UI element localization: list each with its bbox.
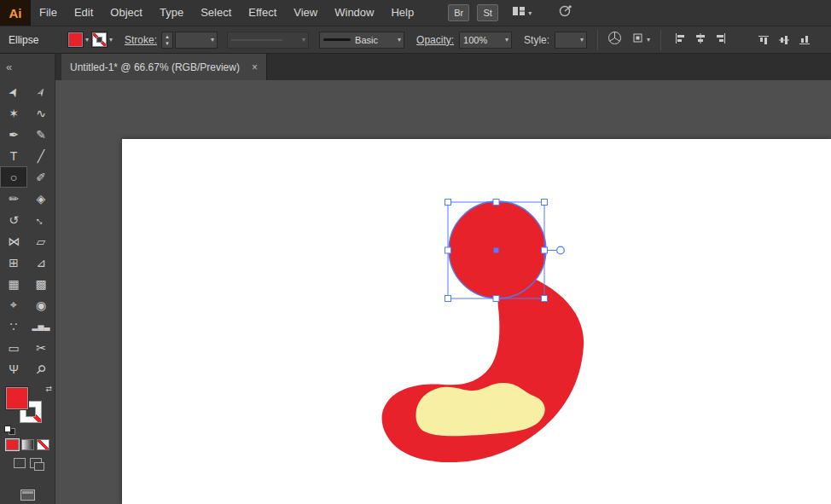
align-top-button[interactable] [753,32,770,49]
menu-effect[interactable]: Effect [240,0,285,26]
align-left-button[interactable] [671,32,689,49]
selection-tool[interactable]: ➤ [0,81,27,102]
align-middle-icon [775,34,790,46]
perspective-grid-tool[interactable]: ⊿ [27,252,55,273]
selection-center-point[interactable] [494,248,499,253]
direct-selection-tool-icon: ➢ [32,84,49,99]
bridge-button[interactable]: Br [448,4,469,21]
menu-file[interactable]: File [31,0,66,26]
isolate-object-icon [631,32,644,48]
align-bottom-button[interactable] [794,32,811,49]
selection-handle-n[interactable] [493,200,499,206]
brush-definition-select[interactable]: Basic ▾ [319,32,404,49]
stock-button[interactable]: St [477,4,498,21]
app-logo: Ai [0,0,31,26]
variable-width-profile-select[interactable]: ▾ [227,32,309,49]
selection-handle-s[interactable] [493,296,499,302]
menu-object[interactable]: Object [102,0,151,26]
control-bar: Ellipse ▾ ▾ Stroke: ▴ ▾ ▾ ▾ Basic ▾ Opac… [0,26,831,54]
mesh-icon: ▦ [8,277,19,291]
slice-tool[interactable]: ✂ [27,337,55,358]
align-center-button[interactable] [692,32,709,49]
scale-tool[interactable]: ↔ [27,209,55,230]
eyedropper-tool[interactable]: ⌖ [0,294,27,316]
menu-type[interactable]: Type [151,0,192,26]
menu-edit[interactable]: Edit [66,0,102,26]
stroke-color-swatch[interactable]: ▾ [92,32,113,47]
menu-help[interactable]: Help [382,0,422,26]
width-tool[interactable]: ⋈ [0,230,27,252]
hand-icon: Ψ [9,362,19,376]
share-button[interactable] [557,4,572,21]
live-shape-widget-handle[interactable] [557,246,565,254]
isolate-object-button[interactable]: ▾ [631,32,650,48]
stroke-weight-stepper[interactable]: ▴ ▾ [161,32,173,49]
arrange-documents-button[interactable]: ▾ [512,5,532,20]
menu-view[interactable]: View [285,0,326,26]
drawing-modes-row [0,458,55,468]
swap-fill-stroke-icon[interactable]: ⇄ [45,385,52,393]
close-tab-icon[interactable]: × [252,61,258,73]
ellipse-tool[interactable]: ○ [0,166,27,188]
selection-handle-se[interactable] [542,296,548,302]
shape-builder-tool[interactable]: ⊞ [0,252,27,273]
lasso-tool[interactable]: ∿ [27,102,55,124]
gradient-icon: ▩ [35,277,46,291]
collapse-panel-button[interactable]: « [6,61,12,73]
chevron-down-icon: ▾ [208,36,217,43]
stepper-down-icon: ▾ [166,40,169,47]
stroke-weight-label[interactable]: Stroke: [125,34,157,46]
free-transform-tool[interactable]: ▱ [27,230,55,252]
direct-selection-tool[interactable]: ➢ [27,81,55,102]
symbol-sprayer-tool[interactable]: ∵ [0,316,27,337]
curvature-tool[interactable]: ✎ [27,124,55,145]
graphic-style-select[interactable]: ▾ [555,32,587,49]
selection-handle-nw[interactable] [445,200,451,206]
selection-type-label: Ellipse [9,34,65,46]
pen-tool[interactable]: ✒ [0,124,27,145]
selection-handle-ne[interactable] [542,200,548,206]
draw-normal-icon[interactable] [14,458,26,468]
tool-grid: ➤ ➢ ✶ ∿ ✒ ✎ T ╱ ○ ✐ ✏ ◈ ↺ ↔ ⋈ ▱ ⊞ ⊿ ▦ ▩ … [0,80,55,379]
menu-select[interactable]: Select [192,0,240,26]
line-segment-tool[interactable]: ╱ [27,145,55,166]
gradient-tool[interactable]: ▩ [27,273,55,294]
gradient-button[interactable] [21,439,34,450]
default-fill-stroke-icon[interactable] [4,426,15,435]
stroke-weight-select[interactable]: ▾ [175,32,218,49]
selection-handle-sw[interactable] [445,296,451,302]
color-button[interactable] [6,439,19,450]
width-tool-icon: ⋈ [8,235,20,248]
opacity-label[interactable]: Opacity: [416,34,454,46]
eraser-tool[interactable]: ◈ [27,188,55,209]
document-tab[interactable]: Untitled-1* @ 66.67% (RGB/Preview) × [61,54,267,80]
fill-color-swatch[interactable]: ▾ [68,32,89,47]
draw-behind-icon[interactable] [30,458,42,468]
align-right-icon [715,32,727,48]
recolor-artwork-button[interactable] [607,31,622,49]
magic-wand-tool[interactable]: ✶ [0,102,27,124]
column-graph-tool[interactable]: ▂▅▃ [27,316,55,337]
menu-window[interactable]: Window [326,0,382,26]
align-right-button[interactable] [712,32,729,49]
none-button[interactable] [37,439,49,450]
opacity-select[interactable]: 100% ▾ [459,32,512,49]
paintbrush-tool[interactable]: ✐ [27,166,55,188]
type-tool[interactable]: T [0,145,27,166]
perspective-grid-icon: ⊿ [36,256,46,269]
selection-handle-e[interactable] [542,247,548,253]
mesh-tool[interactable]: ▦ [0,273,27,294]
artboard-tool[interactable]: ▭ [0,337,27,358]
rotate-tool[interactable]: ↺ [0,209,27,230]
zoom-tool[interactable]: ⚲ [27,358,55,379]
align-middle-button[interactable] [774,32,791,49]
fill-proxy-swatch[interactable] [6,387,28,409]
canvas-area[interactable] [55,80,831,504]
change-screen-mode-icon[interactable] [20,490,35,501]
hand-tool[interactable]: Ψ [0,358,27,379]
blend-tool[interactable]: ◉ [27,294,55,316]
selection-handle-w[interactable] [445,247,451,253]
artboard[interactable] [122,139,831,504]
shaper-tool[interactable]: ✏ [0,188,27,209]
horizontal-align-group [668,32,729,49]
